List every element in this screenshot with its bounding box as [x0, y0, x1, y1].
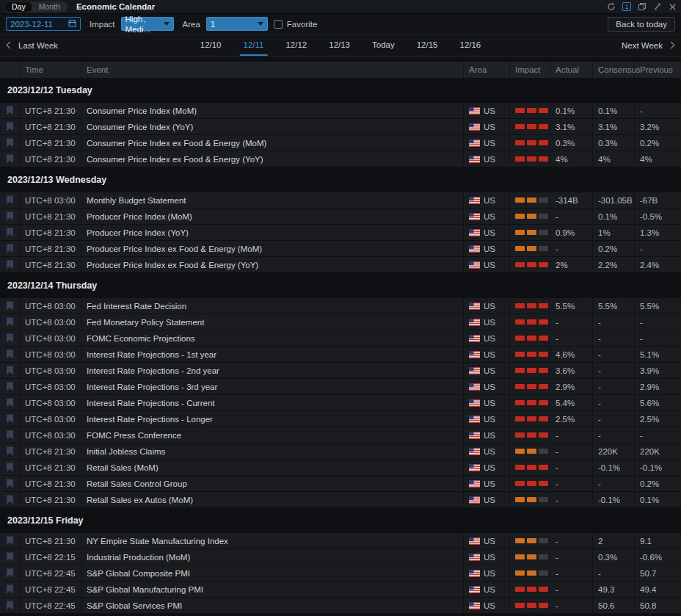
- bookmark-cell[interactable]: [0, 476, 20, 491]
- impact-select[interactable]: High、Medi...: [121, 17, 174, 31]
- bookmark-cell[interactable]: [0, 427, 20, 443]
- week-day-today[interactable]: Today: [368, 35, 398, 56]
- bookmark-cell[interactable]: [0, 241, 20, 256]
- row-time: UTC+8 21:30: [20, 460, 81, 475]
- close-icon[interactable]: [669, 3, 677, 11]
- bookmark-cell[interactable]: [0, 347, 20, 362]
- bookmark-cell[interactable]: [0, 395, 20, 410]
- table-row[interactable]: UTC+8 03:00 Fed Interest Rate Decision U…: [0, 298, 681, 314]
- pane-layout-icon[interactable]: 1: [622, 2, 631, 11]
- next-week-button[interactable]: Next Week: [622, 41, 674, 50]
- table-row[interactable]: UTC+8 21:30 Consumer Price Index ex Food…: [0, 135, 681, 151]
- bookmark-cell[interactable]: [0, 533, 20, 548]
- table-row[interactable]: UTC+8 21:30 Producer Price Index (YoY) U…: [0, 225, 681, 241]
- row-event: S&P Global Services PMI: [81, 598, 464, 613]
- impact-bar: [539, 554, 548, 559]
- bookmark-cell[interactable]: [0, 460, 20, 475]
- week-day-12-13[interactable]: 12/13: [325, 35, 354, 56]
- impact-bar: [515, 538, 525, 543]
- table-row[interactable]: UTC+8 21:30 Initial Jobless Claims US - …: [0, 443, 681, 460]
- bookmark-cell[interactable]: [0, 209, 20, 224]
- bookmark-cell[interactable]: [0, 549, 20, 565]
- week-day-12-16[interactable]: 12/16: [456, 35, 484, 56]
- back-to-today-button[interactable]: Back to today: [608, 17, 675, 32]
- week-day-12-15[interactable]: 12/15: [413, 35, 442, 56]
- bookmark-cell[interactable]: [0, 492, 20, 507]
- table-row[interactable]: UTC+8 03:00 Interest Rate Projections - …: [0, 379, 681, 395]
- bookmark-cell[interactable]: [0, 379, 20, 394]
- expand-icon[interactable]: [653, 2, 662, 11]
- table-row[interactable]: UTC+8 21:30 Retail Sales ex Autos (MoM) …: [0, 492, 681, 508]
- tab-day[interactable]: Day: [5, 2, 32, 12]
- bookmark-icon: [6, 414, 14, 424]
- refresh-icon[interactable]: [607, 2, 616, 11]
- table-row[interactable]: UTC+8 03:00 Interest Rate Projections - …: [0, 411, 681, 427]
- table-row[interactable]: UTC+8 03:00 Monthly Budget Statement US …: [0, 192, 681, 209]
- table-row[interactable]: UTC+8 03:00 Interest Rate Projections - …: [0, 395, 681, 411]
- table-row[interactable]: UTC+8 21:30 NY Empire State Manufacturin…: [0, 533, 681, 549]
- bookmark-cell[interactable]: [0, 565, 20, 581]
- row-event: Interest Rate Projections - Current: [81, 395, 464, 410]
- bookmark-cell[interactable]: [0, 298, 20, 314]
- table-row[interactable]: UTC+8 03:00 Interest Rate Projections - …: [0, 347, 681, 363]
- table-row[interactable]: UTC+8 21:30 Consumer Price Index (MoM) U…: [0, 103, 681, 119]
- date-picker[interactable]: 2023-12-11: [6, 17, 81, 31]
- row-time: UTC+8 22:15: [20, 549, 81, 565]
- table-row[interactable]: UTC+8 21:30 Consumer Price Index (YoY) U…: [0, 119, 681, 135]
- favorite-checkbox[interactable]: [274, 20, 283, 29]
- bookmark-cell[interactable]: [0, 103, 20, 118]
- row-consensus: 2: [593, 533, 635, 548]
- bookmark-cell[interactable]: [0, 363, 20, 378]
- bookmark-cell[interactable]: [0, 581, 20, 597]
- row-area: US: [464, 151, 510, 167]
- table-row[interactable]: UTC+8 22:45 S&P Global Composite PMI US …: [0, 565, 681, 581]
- bookmark-cell[interactable]: [0, 314, 20, 330]
- row-time: UTC+8 03:00: [20, 298, 81, 314]
- table-row[interactable]: UTC+8 22:45 S&P Global Manufacturing PMI…: [0, 581, 681, 598]
- table-row[interactable]: UTC+8 21:30 Producer Price Index ex Food…: [0, 241, 681, 257]
- table-row[interactable]: UTC+8 21:30 Retail Sales Control Group U…: [0, 476, 681, 492]
- area-select[interactable]: 1: [206, 17, 268, 31]
- row-impact: [510, 241, 550, 256]
- impact-bar: [539, 246, 548, 251]
- table-row[interactable]: UTC+8 03:00 Fed Monetary Policy Statemen…: [0, 314, 681, 330]
- table-row[interactable]: UTC+8 21:30 Consumer Price Index ex Food…: [0, 151, 681, 167]
- bookmark-cell[interactable]: [0, 598, 20, 613]
- row-previous: 2.9%: [635, 379, 681, 394]
- table-row[interactable]: UTC+8 03:00 FOMC Economic Projections US…: [0, 330, 681, 347]
- table-row[interactable]: UTC+8 21:30 Producer Price Index (MoM) U…: [0, 209, 681, 225]
- us-flag-icon: [469, 399, 480, 407]
- bookmark-cell[interactable]: [0, 330, 20, 346]
- bookmark-cell[interactable]: [0, 151, 20, 167]
- week-day-12-11[interactable]: 12/11: [240, 35, 268, 56]
- area-label: US: [484, 496, 495, 504]
- last-week-button[interactable]: Last Week: [7, 41, 58, 50]
- bookmark-cell[interactable]: [0, 119, 20, 134]
- impact-bar: [539, 481, 548, 486]
- bookmark-cell[interactable]: [0, 135, 20, 151]
- table-row[interactable]: UTC+8 03:00 Interest Rate Projections - …: [0, 363, 681, 379]
- section-rows: UTC+8 03:00 Monthly Budget Statement US …: [0, 192, 681, 273]
- us-flag-icon: [469, 464, 480, 471]
- bookmark-cell[interactable]: [0, 192, 20, 208]
- bookmark-cell[interactable]: [0, 257, 20, 272]
- row-impact: [510, 581, 550, 597]
- tab-month[interactable]: Month: [32, 2, 67, 12]
- bookmark-icon: [6, 106, 14, 115]
- us-flag-icon: [469, 554, 480, 561]
- bookmark-cell[interactable]: [0, 411, 20, 427]
- table-row[interactable]: UTC+8 21:30 Producer Price Index ex Food…: [0, 257, 681, 273]
- row-time: UTC+8 03:00: [20, 411, 81, 427]
- row-event: Industrial Production (MoM): [81, 549, 464, 565]
- table-row[interactable]: UTC+8 21:30 Retail Sales (MoM) US - -0.1…: [0, 460, 681, 476]
- week-day-12-10[interactable]: 12/10: [197, 35, 225, 56]
- bookmark-cell[interactable]: [0, 443, 20, 459]
- table-row[interactable]: UTC+8 22:45 S&P Global Services PMI US -…: [0, 598, 681, 614]
- week-day-12-12[interactable]: 12/12: [282, 35, 310, 56]
- restore-window-icon[interactable]: [638, 2, 647, 11]
- bookmark-cell[interactable]: [0, 225, 20, 240]
- table-row[interactable]: UTC+8 22:15 Industrial Production (MoM) …: [0, 549, 681, 565]
- table-row[interactable]: UTC+8 03:30 FOMC Press Conference US - -…: [0, 427, 681, 443]
- impact-bar: [515, 124, 525, 129]
- row-area: US: [464, 298, 510, 314]
